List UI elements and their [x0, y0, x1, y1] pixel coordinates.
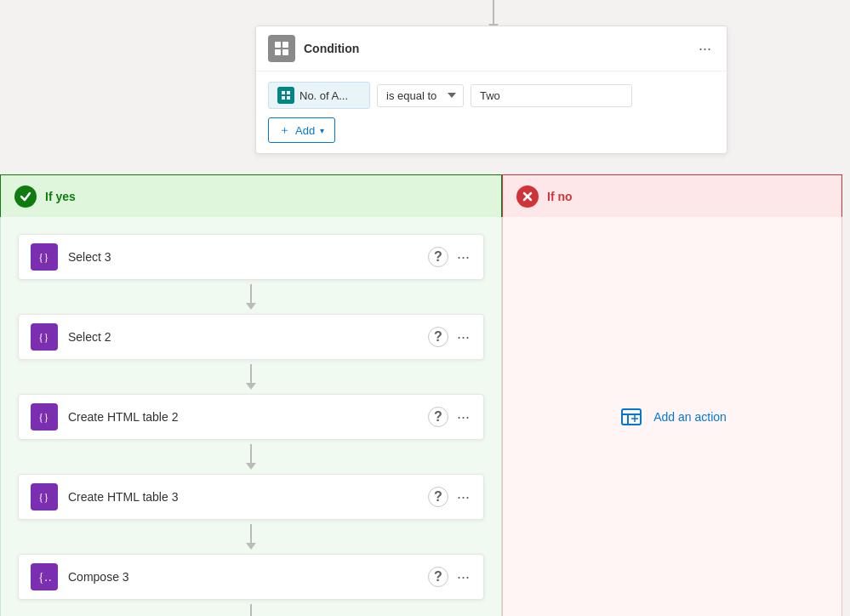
html2-icon: {} — [31, 403, 58, 431]
flow-canvas: Condition ··· No. of A... — [0, 0, 850, 616]
condition-more-button[interactable]: ··· — [695, 41, 715, 56]
connector-2 — [18, 360, 484, 394]
select2-icon-svg: {} — [37, 329, 52, 345]
select3-icon-svg: {} — [37, 249, 52, 265]
compose3-help-button[interactable]: ? — [428, 567, 448, 587]
action-card-select3: {} Select 3 ? ··· — [18, 234, 484, 280]
html3-icon: {} — [31, 483, 58, 510]
add-chevron: ▾ — [320, 126, 324, 135]
vline-5 — [250, 604, 252, 616]
svg-rect-2 — [275, 49, 281, 55]
condition-block: Condition ··· No. of A... — [255, 26, 727, 154]
condition-title: Condition — [304, 42, 695, 55]
branch-no: If no Add an action — [502, 174, 842, 616]
html2-help-button[interactable]: ? — [428, 407, 448, 427]
html3-help-button[interactable]: ? — [428, 487, 448, 507]
vline-3 — [250, 444, 252, 463]
svg-text:{…}: {…} — [38, 571, 52, 584]
html3-icon-svg: {} — [37, 489, 52, 505]
field-icon-svg — [281, 90, 291, 100]
condition-header: Condition ··· — [256, 26, 727, 71]
add-action-button[interactable]: Add an action — [608, 396, 737, 437]
action-card-select2: {} Select 2 ? ··· — [18, 314, 484, 360]
branch-yes: If yes {} Select 3 ? ··· — [0, 174, 502, 616]
add-action-label: Add an action — [653, 410, 727, 424]
add-action-icon — [618, 403, 645, 431]
condition-icon — [268, 35, 295, 62]
svg-rect-4 — [282, 91, 285, 94]
arrow-3 — [246, 463, 256, 470]
svg-rect-5 — [287, 91, 290, 94]
svg-text:{}: {} — [38, 411, 48, 424]
arrow-1 — [246, 303, 256, 310]
html2-icon-svg: {} — [37, 409, 52, 425]
select2-icon: {} — [31, 323, 58, 351]
vline-1 — [250, 284, 252, 303]
connector-5 — [18, 600, 484, 616]
compose3-label: Compose 3 — [68, 570, 428, 584]
branch-no-label: If no — [547, 190, 573, 203]
svg-text:{}: {} — [38, 491, 48, 504]
action-card-compose3: {…} Compose 3 ? ··· — [18, 554, 484, 600]
condition-icon-svg — [273, 40, 290, 57]
compose3-icon-svg: {…} — [37, 569, 52, 585]
svg-rect-7 — [287, 96, 290, 100]
condition-value-input[interactable] — [471, 84, 632, 107]
add-label: Add — [295, 124, 315, 137]
select3-more-button[interactable]: ··· — [455, 248, 471, 266]
compose3-icon: {…} — [31, 563, 58, 590]
no-x-icon — [516, 185, 539, 208]
svg-rect-6 — [282, 96, 285, 100]
compose3-actions: ? ··· — [428, 567, 471, 587]
condition-field[interactable]: No. of A... — [268, 82, 370, 109]
select3-actions: ? ··· — [428, 247, 471, 267]
compose3-more-button[interactable]: ··· — [455, 568, 471, 586]
arrow-4 — [246, 543, 256, 550]
field-icon — [277, 87, 294, 104]
condition-body: No. of A... is equal to ＋ Add ▾ — [256, 71, 727, 153]
select2-help-button[interactable]: ? — [428, 327, 448, 347]
svg-rect-3 — [282, 49, 288, 55]
arrow-2 — [246, 383, 256, 390]
branch-yes-label: If yes — [45, 190, 76, 203]
select2-label: Select 2 — [68, 330, 428, 344]
vline-4 — [250, 524, 252, 543]
x-svg — [522, 191, 533, 202]
yes-check-icon — [14, 185, 37, 208]
connector-1 — [18, 280, 484, 314]
select2-actions: ? ··· — [428, 327, 471, 347]
checkmark-svg — [20, 191, 31, 202]
html2-label: Create HTML table 2 — [68, 410, 428, 424]
html3-label: Create HTML table 3 — [68, 490, 428, 504]
condition-operator-select[interactable]: is equal to — [377, 84, 464, 107]
svg-rect-1 — [282, 42, 288, 48]
action-card-html3: {} Create HTML table 3 ? ··· — [18, 474, 484, 520]
svg-text:{}: {} — [38, 251, 48, 264]
vline-2 — [250, 364, 252, 383]
add-plus: ＋ — [279, 123, 290, 138]
connector-4 — [18, 520, 484, 554]
branch-yes-header: If yes — [0, 174, 502, 217]
connector-line — [493, 0, 494, 24]
condition-row: No. of A... is equal to — [268, 82, 715, 109]
html2-actions: ? ··· — [428, 407, 471, 427]
branches-container: If yes {} Select 3 ? ··· — [0, 174, 850, 616]
action-card-html2: {} Create HTML table 2 ? ··· — [18, 394, 484, 440]
branch-no-body: Add an action — [502, 217, 842, 616]
condition-add-row: ＋ Add ▾ — [268, 117, 715, 143]
add-action-svg — [621, 407, 642, 427]
branch-no-header: If no — [502, 174, 842, 217]
html3-actions: ? ··· — [428, 487, 471, 507]
condition-add-button[interactable]: ＋ Add ▾ — [268, 117, 335, 143]
svg-text:{}: {} — [38, 331, 48, 344]
condition-field-label: No. of A... — [299, 89, 348, 102]
select3-help-button[interactable]: ? — [428, 247, 448, 267]
connector-3 — [18, 440, 484, 474]
select2-more-button[interactable]: ··· — [455, 328, 471, 346]
select3-icon: {} — [31, 243, 58, 271]
svg-rect-20 — [622, 409, 641, 425]
select3-label: Select 3 — [68, 250, 428, 264]
html2-more-button[interactable]: ··· — [455, 408, 471, 426]
branch-yes-body: {} Select 3 ? ··· — [0, 217, 502, 616]
html3-more-button[interactable]: ··· — [455, 488, 471, 506]
